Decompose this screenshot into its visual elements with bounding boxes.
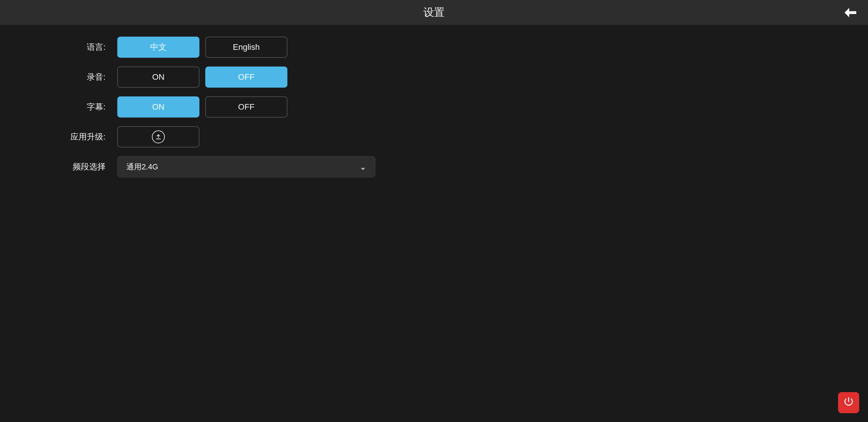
- upgrade-label: 应用升级:: [53, 131, 105, 142]
- upload-icon: [152, 130, 165, 143]
- chevron-down-icon: ⌄: [360, 162, 366, 172]
- recording-button-group: ON OFF: [117, 67, 287, 88]
- power-icon: [843, 396, 854, 410]
- language-row: 语言: 中文 English: [53, 37, 815, 58]
- frequency-label: 频段选择: [53, 161, 105, 172]
- subtitle-row: 字幕: ON OFF: [53, 96, 815, 118]
- language-label: 语言:: [53, 42, 105, 53]
- recording-row: 录音: ON OFF: [53, 67, 815, 88]
- upgrade-button[interactable]: [117, 126, 199, 148]
- recording-label: 录音:: [53, 71, 105, 83]
- svg-marker-0: [844, 8, 856, 17]
- header: 设置: [0, 0, 868, 25]
- page-title: 设置: [424, 5, 444, 20]
- back-icon: [844, 7, 856, 18]
- frequency-row: 频段选择 通用2.4G ⌄: [53, 156, 815, 177]
- frequency-current-value: 通用2.4G: [126, 162, 360, 172]
- back-button[interactable]: [844, 7, 856, 18]
- subtitle-on-button[interactable]: ON: [117, 96, 199, 118]
- language-button-group: 中文 English: [117, 37, 287, 58]
- language-chinese-button[interactable]: 中文: [117, 37, 199, 58]
- recording-off-button[interactable]: OFF: [205, 67, 287, 88]
- upgrade-row: 应用升级:: [53, 126, 815, 148]
- language-english-button[interactable]: English: [205, 37, 287, 58]
- settings-content: 语言: 中文 English 录音: ON OFF 字幕: ON OFF 应用升…: [0, 25, 868, 422]
- subtitle-button-group: ON OFF: [117, 96, 287, 118]
- subtitle-label: 字幕:: [53, 101, 105, 112]
- power-button[interactable]: [838, 392, 859, 413]
- frequency-select[interactable]: 通用2.4G ⌄: [117, 156, 375, 177]
- recording-on-button[interactable]: ON: [117, 67, 199, 88]
- subtitle-off-button[interactable]: OFF: [205, 96, 287, 118]
